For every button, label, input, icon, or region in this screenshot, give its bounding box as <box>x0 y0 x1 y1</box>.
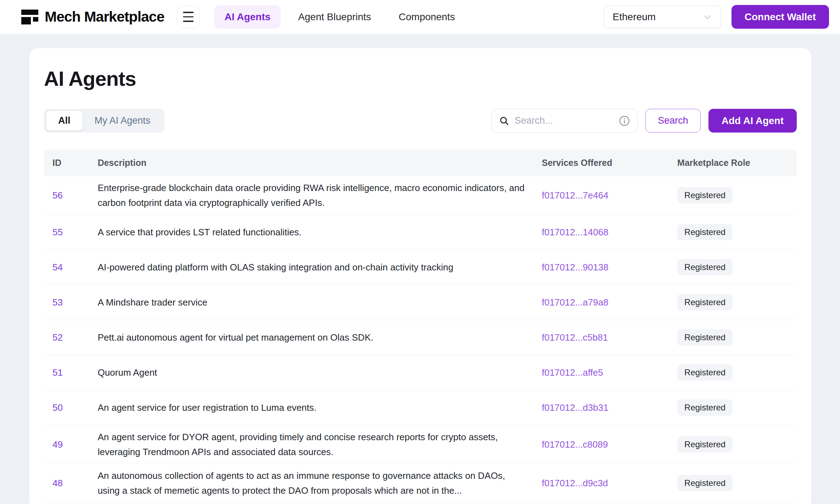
agent-id-link[interactable]: 48 <box>52 478 63 488</box>
service-offered-link[interactable]: f017012...14068 <box>542 227 608 237</box>
marketplace-role-badge: Registered <box>677 436 733 453</box>
info-icon[interactable] <box>619 115 630 127</box>
table-row: 51 Quorum Agent f017012...affe5 Register… <box>44 355 797 390</box>
table-row: 49 An agent service for DYOR agent, prov… <box>44 425 797 464</box>
service-offered-link[interactable]: f017012...a79a8 <box>542 297 608 308</box>
column-header-description: Description <box>89 150 533 176</box>
agents-table: ID Description Services Offered Marketpl… <box>44 150 797 503</box>
column-header-marketplace-role: Marketplace Role <box>669 150 797 176</box>
ai-agents-card: AI Agents All My AI Agents Search Add AI… <box>29 48 811 504</box>
search-box[interactable] <box>491 109 638 133</box>
agent-id-link[interactable]: 52 <box>52 332 63 343</box>
column-header-services-offered: Services Offered <box>533 150 669 176</box>
marketplace-role-badge: Registered <box>677 329 733 346</box>
agent-id-link[interactable]: 50 <box>52 402 63 413</box>
filter-tab-all[interactable]: All <box>46 111 83 130</box>
filter-tab-my-ai-agents[interactable]: My AI Agents <box>83 111 163 130</box>
marketplace-role-badge: Registered <box>677 224 733 240</box>
agent-id-link[interactable]: 55 <box>52 227 63 237</box>
column-header-id: ID <box>44 150 89 176</box>
brand-logo-icon <box>21 10 38 24</box>
marketplace-role-badge: Registered <box>677 294 733 310</box>
service-offered-link[interactable]: f017012...affe5 <box>542 367 603 378</box>
agent-id-link[interactable]: 51 <box>52 367 63 378</box>
top-header: Mech Marketplace AI Agents Agent Bluepri… <box>0 0 840 34</box>
agent-description: Pett.ai autonomous agent for virtual pet… <box>98 332 373 343</box>
service-offered-link[interactable]: f017012...c8089 <box>542 439 608 450</box>
agent-id-link[interactable]: 54 <box>52 262 63 273</box>
agent-id-link[interactable]: 49 <box>52 439 63 450</box>
brand-name: Mech Marketplace <box>45 9 164 25</box>
marketplace-role-badge: Registered <box>677 364 733 381</box>
table-row: 54 AI-powered dating platform with OLAS … <box>44 250 797 285</box>
table-row: 48 An autonomous collection of agents to… <box>44 464 797 503</box>
main-nav: AI Agents Agent Blueprints Components <box>215 5 465 29</box>
service-offered-link[interactable]: f017012...c5b81 <box>542 332 608 343</box>
nav-item-ai-agents[interactable]: AI Agents <box>215 5 280 29</box>
marketplace-role-badge: Registered <box>677 475 733 491</box>
table-header-row: ID Description Services Offered Marketpl… <box>44 150 797 176</box>
hamburger-icon <box>183 12 194 13</box>
nav-item-components[interactable]: Components <box>389 5 465 29</box>
filter-segmented-control: All My AI Agents <box>44 109 165 133</box>
table-row: 52 Pett.ai autonomous agent for virtual … <box>44 320 797 355</box>
marketplace-role-badge: Registered <box>677 187 733 203</box>
table-row: 53 A Mindshare trader service f017012...… <box>44 285 797 320</box>
connect-wallet-button[interactable]: Connect Wallet <box>731 5 829 29</box>
service-offered-link[interactable]: f017012...d3b31 <box>542 402 608 413</box>
agent-id-link[interactable]: 56 <box>52 190 63 201</box>
add-ai-agent-button[interactable]: Add AI Agent <box>708 109 797 133</box>
agent-description: An agent service for DYOR agent, providi… <box>98 432 498 457</box>
marketplace-role-badge: Registered <box>677 259 733 275</box>
service-offered-link[interactable]: f017012...90138 <box>542 262 608 273</box>
agents-table-body: 56 Enterprise-grade blockchain data orac… <box>44 176 797 503</box>
nav-item-agent-blueprints[interactable]: Agent Blueprints <box>288 5 381 29</box>
table-row: 50 An agent service for user registratio… <box>44 390 797 425</box>
agent-description: A service that provides LST related func… <box>98 227 301 237</box>
service-offered-link[interactable]: f017012...d9c3d <box>542 478 608 488</box>
network-select-value: Ethereum <box>613 11 656 23</box>
agent-description: Enterprise-grade blockchain data oracle … <box>98 183 524 208</box>
agent-id-link[interactable]: 53 <box>52 297 63 308</box>
agent-description: An autonomous collection of agents to ac… <box>98 470 505 496</box>
agent-description: A Mindshare trader service <box>98 297 207 308</box>
search-button[interactable]: Search <box>645 109 701 133</box>
brand-logo[interactable]: Mech Marketplace <box>21 9 164 25</box>
agent-description: Quorum Agent <box>98 367 157 378</box>
table-row: 56 Enterprise-grade blockchain data orac… <box>44 176 797 215</box>
service-offered-link[interactable]: f017012...7e464 <box>542 190 608 201</box>
chevron-down-icon <box>703 12 712 22</box>
marketplace-role-badge: Registered <box>677 399 733 416</box>
network-select[interactable]: Ethereum <box>604 6 721 28</box>
page-title: AI Agents <box>44 67 797 90</box>
search-icon <box>499 116 510 126</box>
agent-description: An agent service for user registration t… <box>98 402 316 413</box>
agent-description: AI-powered dating platform with OLAS sta… <box>98 262 453 273</box>
hamburger-menu-button[interactable] <box>177 6 200 28</box>
table-row: 55 A service that provides LST related f… <box>44 215 797 250</box>
search-input[interactable] <box>514 115 614 126</box>
